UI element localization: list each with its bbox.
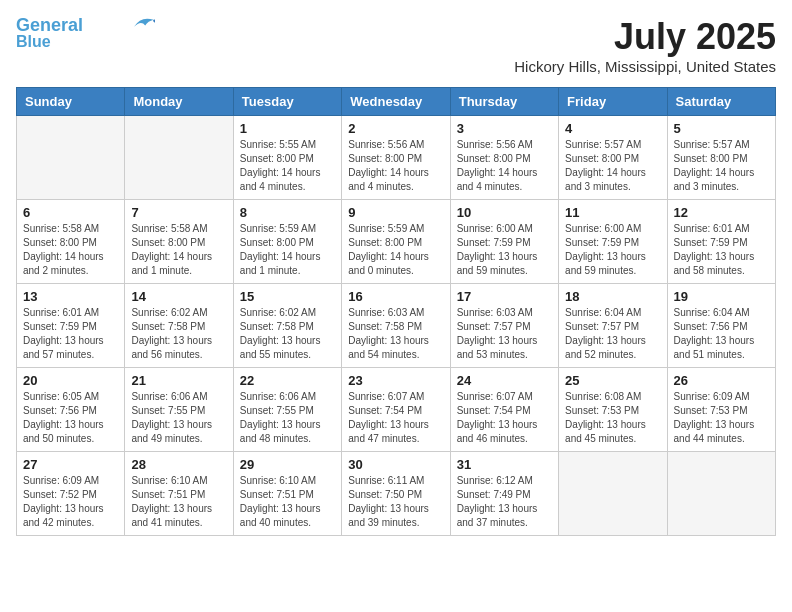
calendar-cell: 19Sunrise: 6:04 AM Sunset: 7:56 PM Dayli…	[667, 284, 775, 368]
calendar-cell: 7Sunrise: 5:58 AM Sunset: 8:00 PM Daylig…	[125, 200, 233, 284]
calendar-week-row: 27Sunrise: 6:09 AM Sunset: 7:52 PM Dayli…	[17, 452, 776, 536]
day-number: 18	[565, 289, 660, 304]
day-number: 2	[348, 121, 443, 136]
calendar-cell: 18Sunrise: 6:04 AM Sunset: 7:57 PM Dayli…	[559, 284, 667, 368]
day-number: 15	[240, 289, 335, 304]
day-number: 14	[131, 289, 226, 304]
day-number: 1	[240, 121, 335, 136]
weekday-header-thursday: Thursday	[450, 88, 558, 116]
day-number: 10	[457, 205, 552, 220]
weekday-header-monday: Monday	[125, 88, 233, 116]
day-info: Sunrise: 5:59 AM Sunset: 8:00 PM Dayligh…	[348, 222, 443, 278]
day-number: 29	[240, 457, 335, 472]
calendar-cell: 10Sunrise: 6:00 AM Sunset: 7:59 PM Dayli…	[450, 200, 558, 284]
calendar-cell: 25Sunrise: 6:08 AM Sunset: 7:53 PM Dayli…	[559, 368, 667, 452]
calendar-cell: 9Sunrise: 5:59 AM Sunset: 8:00 PM Daylig…	[342, 200, 450, 284]
logo-blue-text: Blue	[16, 34, 51, 50]
day-info: Sunrise: 5:58 AM Sunset: 8:00 PM Dayligh…	[23, 222, 118, 278]
day-number: 12	[674, 205, 769, 220]
day-info: Sunrise: 6:06 AM Sunset: 7:55 PM Dayligh…	[131, 390, 226, 446]
calendar-cell: 6Sunrise: 5:58 AM Sunset: 8:00 PM Daylig…	[17, 200, 125, 284]
calendar-table: SundayMondayTuesdayWednesdayThursdayFrid…	[16, 87, 776, 536]
day-number: 30	[348, 457, 443, 472]
day-number: 27	[23, 457, 118, 472]
calendar-cell: 13Sunrise: 6:01 AM Sunset: 7:59 PM Dayli…	[17, 284, 125, 368]
day-info: Sunrise: 6:03 AM Sunset: 7:57 PM Dayligh…	[457, 306, 552, 362]
calendar-week-row: 13Sunrise: 6:01 AM Sunset: 7:59 PM Dayli…	[17, 284, 776, 368]
day-number: 4	[565, 121, 660, 136]
calendar-cell	[17, 116, 125, 200]
day-info: Sunrise: 6:04 AM Sunset: 7:56 PM Dayligh…	[674, 306, 769, 362]
weekday-header-sunday: Sunday	[17, 88, 125, 116]
calendar-cell: 4Sunrise: 5:57 AM Sunset: 8:00 PM Daylig…	[559, 116, 667, 200]
logo: General Blue	[16, 16, 155, 50]
logo-bird-icon	[127, 14, 155, 32]
day-info: Sunrise: 6:05 AM Sunset: 7:56 PM Dayligh…	[23, 390, 118, 446]
calendar-cell: 31Sunrise: 6:12 AM Sunset: 7:49 PM Dayli…	[450, 452, 558, 536]
day-info: Sunrise: 5:56 AM Sunset: 8:00 PM Dayligh…	[348, 138, 443, 194]
day-number: 28	[131, 457, 226, 472]
day-number: 26	[674, 373, 769, 388]
day-info: Sunrise: 5:59 AM Sunset: 8:00 PM Dayligh…	[240, 222, 335, 278]
calendar-cell: 27Sunrise: 6:09 AM Sunset: 7:52 PM Dayli…	[17, 452, 125, 536]
calendar-cell: 16Sunrise: 6:03 AM Sunset: 7:58 PM Dayli…	[342, 284, 450, 368]
calendar-cell: 14Sunrise: 6:02 AM Sunset: 7:58 PM Dayli…	[125, 284, 233, 368]
calendar-cell: 3Sunrise: 5:56 AM Sunset: 8:00 PM Daylig…	[450, 116, 558, 200]
weekday-header-wednesday: Wednesday	[342, 88, 450, 116]
day-info: Sunrise: 6:04 AM Sunset: 7:57 PM Dayligh…	[565, 306, 660, 362]
calendar-cell: 24Sunrise: 6:07 AM Sunset: 7:54 PM Dayli…	[450, 368, 558, 452]
day-info: Sunrise: 6:09 AM Sunset: 7:52 PM Dayligh…	[23, 474, 118, 530]
day-number: 7	[131, 205, 226, 220]
weekday-header-saturday: Saturday	[667, 88, 775, 116]
day-number: 19	[674, 289, 769, 304]
day-info: Sunrise: 6:08 AM Sunset: 7:53 PM Dayligh…	[565, 390, 660, 446]
day-number: 8	[240, 205, 335, 220]
calendar-cell: 30Sunrise: 6:11 AM Sunset: 7:50 PM Dayli…	[342, 452, 450, 536]
calendar-cell: 12Sunrise: 6:01 AM Sunset: 7:59 PM Dayli…	[667, 200, 775, 284]
calendar-cell: 29Sunrise: 6:10 AM Sunset: 7:51 PM Dayli…	[233, 452, 341, 536]
day-number: 24	[457, 373, 552, 388]
weekday-header-row: SundayMondayTuesdayWednesdayThursdayFrid…	[17, 88, 776, 116]
day-info: Sunrise: 6:00 AM Sunset: 7:59 PM Dayligh…	[565, 222, 660, 278]
calendar-week-row: 1Sunrise: 5:55 AM Sunset: 8:00 PM Daylig…	[17, 116, 776, 200]
calendar-cell: 22Sunrise: 6:06 AM Sunset: 7:55 PM Dayli…	[233, 368, 341, 452]
day-info: Sunrise: 5:56 AM Sunset: 8:00 PM Dayligh…	[457, 138, 552, 194]
day-info: Sunrise: 6:11 AM Sunset: 7:50 PM Dayligh…	[348, 474, 443, 530]
day-number: 21	[131, 373, 226, 388]
calendar-cell: 1Sunrise: 5:55 AM Sunset: 8:00 PM Daylig…	[233, 116, 341, 200]
calendar-cell: 28Sunrise: 6:10 AM Sunset: 7:51 PM Dayli…	[125, 452, 233, 536]
month-title: July 2025	[514, 16, 776, 58]
day-info: Sunrise: 6:02 AM Sunset: 7:58 PM Dayligh…	[131, 306, 226, 362]
day-number: 5	[674, 121, 769, 136]
calendar-cell	[667, 452, 775, 536]
location-title: Hickory Hills, Mississippi, United State…	[514, 58, 776, 75]
calendar-cell: 2Sunrise: 5:56 AM Sunset: 8:00 PM Daylig…	[342, 116, 450, 200]
calendar-week-row: 6Sunrise: 5:58 AM Sunset: 8:00 PM Daylig…	[17, 200, 776, 284]
day-info: Sunrise: 6:01 AM Sunset: 7:59 PM Dayligh…	[674, 222, 769, 278]
calendar-cell: 17Sunrise: 6:03 AM Sunset: 7:57 PM Dayli…	[450, 284, 558, 368]
calendar-cell: 23Sunrise: 6:07 AM Sunset: 7:54 PM Dayli…	[342, 368, 450, 452]
day-number: 3	[457, 121, 552, 136]
day-info: Sunrise: 6:03 AM Sunset: 7:58 PM Dayligh…	[348, 306, 443, 362]
day-info: Sunrise: 5:55 AM Sunset: 8:00 PM Dayligh…	[240, 138, 335, 194]
day-number: 17	[457, 289, 552, 304]
calendar-cell	[559, 452, 667, 536]
calendar-cell: 11Sunrise: 6:00 AM Sunset: 7:59 PM Dayli…	[559, 200, 667, 284]
weekday-header-friday: Friday	[559, 88, 667, 116]
calendar-cell: 5Sunrise: 5:57 AM Sunset: 8:00 PM Daylig…	[667, 116, 775, 200]
day-info: Sunrise: 6:10 AM Sunset: 7:51 PM Dayligh…	[240, 474, 335, 530]
day-number: 16	[348, 289, 443, 304]
title-area: July 2025 Hickory Hills, Mississippi, Un…	[514, 16, 776, 75]
day-info: Sunrise: 6:07 AM Sunset: 7:54 PM Dayligh…	[348, 390, 443, 446]
calendar-cell: 26Sunrise: 6:09 AM Sunset: 7:53 PM Dayli…	[667, 368, 775, 452]
day-number: 23	[348, 373, 443, 388]
day-info: Sunrise: 5:57 AM Sunset: 8:00 PM Dayligh…	[674, 138, 769, 194]
day-info: Sunrise: 6:07 AM Sunset: 7:54 PM Dayligh…	[457, 390, 552, 446]
day-number: 9	[348, 205, 443, 220]
day-number: 22	[240, 373, 335, 388]
calendar-cell	[125, 116, 233, 200]
day-info: Sunrise: 6:02 AM Sunset: 7:58 PM Dayligh…	[240, 306, 335, 362]
calendar-cell: 15Sunrise: 6:02 AM Sunset: 7:58 PM Dayli…	[233, 284, 341, 368]
logo-text: General	[16, 16, 83, 34]
day-number: 25	[565, 373, 660, 388]
